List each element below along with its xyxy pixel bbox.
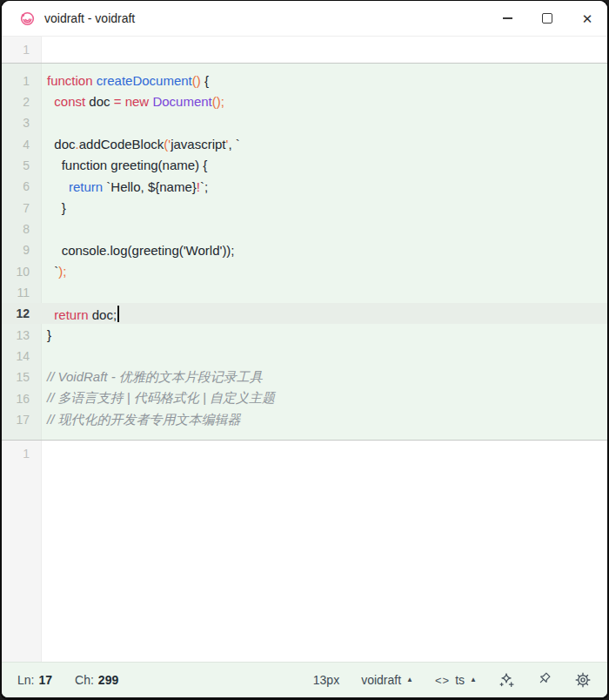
window-frame: voidraft - voidraft ✕ 11function createD… xyxy=(2,1,607,697)
line-number: 9 xyxy=(2,243,41,257)
code-line[interactable]: 8 xyxy=(2,219,607,239)
code-line[interactable]: 14 xyxy=(2,346,607,367)
code-line[interactable]: 16// 多语言支持 | 代码格式化 | 自定义主题 xyxy=(2,388,607,409)
code-line-active[interactable]: 12 return doc; xyxy=(2,303,607,324)
cursor-stats: Ln: 17 Ch: 299 xyxy=(17,673,118,687)
code-text: doc.addCodeBlock('javascript', ` xyxy=(41,137,240,151)
code-text: const doc = new Document(); xyxy=(41,94,224,109)
line-number: 7 xyxy=(2,201,41,215)
line-number: 16 xyxy=(2,392,41,406)
document-name: voidraft xyxy=(361,673,401,687)
close-button[interactable]: ✕ xyxy=(567,1,607,36)
code-text: return doc; xyxy=(41,306,119,322)
line-number: 1 xyxy=(2,74,41,88)
settings-button[interactable] xyxy=(574,671,592,689)
code-line[interactable]: 3 xyxy=(2,112,607,133)
code-block[interactable]: 1 xyxy=(2,441,607,662)
code-text: } xyxy=(41,327,51,342)
font-size-value: 13px xyxy=(313,673,339,687)
line-number: 12 xyxy=(2,306,41,320)
code-line[interactable]: 17// 现代化的开发者专用文本编辑器 xyxy=(2,409,607,430)
code-line[interactable]: 7 } xyxy=(2,197,607,218)
code-text: // VoidRaft - 优雅的文本片段记录工具 xyxy=(41,369,263,386)
code-line[interactable]: 9 console.log(greeting('World')); xyxy=(2,239,607,260)
close-icon: ✕ xyxy=(582,12,593,25)
code-text: return `Hello, ${name}!`; xyxy=(41,179,208,194)
title-bar[interactable]: voidraft - voidraft ✕ xyxy=(2,1,607,37)
line-number: 2 xyxy=(2,95,41,109)
code-line[interactable]: 10 `); xyxy=(2,260,607,281)
line-number: 8 xyxy=(2,222,41,236)
line-number: 17 xyxy=(2,413,41,427)
document-selector[interactable]: voidraft ▲ xyxy=(361,673,413,687)
maximize-button[interactable] xyxy=(527,1,567,36)
font-size-indicator[interactable]: 13px xyxy=(313,673,339,687)
code-block[interactable]: 1 xyxy=(2,37,607,63)
code-line[interactable]: 1 xyxy=(2,443,607,464)
line-number: 4 xyxy=(2,138,41,151)
gear-icon xyxy=(574,671,592,689)
text-cursor xyxy=(117,306,119,322)
window-controls: ✕ xyxy=(487,1,607,36)
minimize-icon xyxy=(503,17,512,18)
code-line[interactable]: 1function createDocument() { xyxy=(2,70,607,91)
code-text: } xyxy=(41,200,66,215)
code-line[interactable]: 13} xyxy=(2,324,607,345)
code-block[interactable]: 1function createDocument() {2 const doc … xyxy=(2,64,607,440)
sparkles-icon xyxy=(499,672,515,689)
status-bar: Ln: 17 Ch: 299 13px voidraft ▲ <> xyxy=(2,662,607,697)
char-indicator: Ch: 299 xyxy=(75,673,118,687)
line-number: 10 xyxy=(2,265,41,279)
code-text: `); xyxy=(41,264,67,279)
code-text: function createDocument() { xyxy=(41,73,209,88)
code-text: console.log(greeting('World')); xyxy=(41,243,235,258)
maximize-icon xyxy=(542,13,552,24)
code-text: // 现代化的开发者专用文本编辑器 xyxy=(41,412,241,428)
language-selector[interactable]: <> ts ▲ xyxy=(435,673,477,687)
window-title: voidraft - voidraft xyxy=(44,11,135,25)
pin-button[interactable] xyxy=(537,672,552,688)
code-line[interactable]: 5 function greeting(name) { xyxy=(2,155,607,176)
line-number: 5 xyxy=(2,158,41,172)
code-brackets-icon: <> xyxy=(435,674,450,687)
minimize-button[interactable] xyxy=(487,1,527,36)
code-line[interactable]: 4 doc.addCodeBlock('javascript', ` xyxy=(2,133,607,154)
code-line[interactable]: 15// VoidRaft - 优雅的文本片段记录工具 xyxy=(2,367,607,387)
pin-icon xyxy=(537,672,552,688)
line-label: Ln: xyxy=(17,673,34,687)
statusbar-tools: 13px voidraft ▲ <> ts ▲ xyxy=(313,671,592,689)
code-line[interactable]: 6 return `Hello, ${name}!`; xyxy=(2,176,607,197)
line-value: 17 xyxy=(38,673,52,687)
code-line[interactable]: 1 xyxy=(2,39,607,60)
code-text: // 多语言支持 | 代码格式化 | 自定义主题 xyxy=(41,390,275,407)
line-number: 15 xyxy=(2,370,41,384)
line-number: 3 xyxy=(2,116,41,130)
line-number: 6 xyxy=(2,179,41,193)
code-line[interactable]: 2 const doc = new Document(); xyxy=(2,91,607,112)
format-button[interactable] xyxy=(499,672,515,689)
code-text: function greeting(name) { xyxy=(41,158,207,172)
language-name: ts xyxy=(455,673,465,687)
code-line[interactable]: 11 xyxy=(2,282,607,303)
line-number: 11 xyxy=(2,286,41,300)
line-number: 13 xyxy=(2,328,41,342)
line-number: 14 xyxy=(2,349,41,363)
char-value: 299 xyxy=(98,673,118,687)
editor-blocks[interactable]: 11function createDocument() {2 const doc… xyxy=(2,37,607,662)
char-label: Ch: xyxy=(75,673,94,687)
line-number: 1 xyxy=(2,447,41,461)
voidraft-logo-icon xyxy=(19,10,36,27)
line-number: 1 xyxy=(2,43,41,57)
app-window: voidraft - voidraft ✕ 11function createD… xyxy=(0,0,609,700)
line-indicator: Ln: 17 xyxy=(17,673,52,687)
caret-up-icon: ▲ xyxy=(470,676,477,683)
caret-up-icon: ▲ xyxy=(406,676,413,683)
